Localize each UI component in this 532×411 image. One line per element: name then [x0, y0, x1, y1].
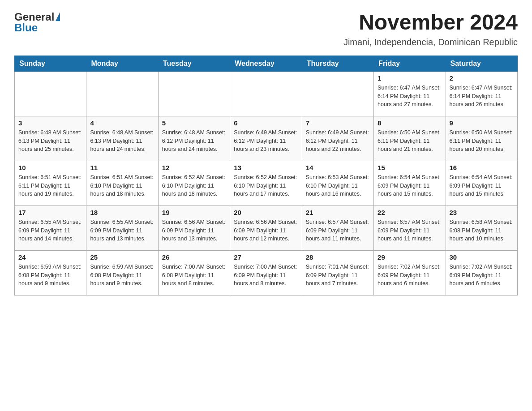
calendar-cell — [15, 71, 86, 116]
calendar-cell — [230, 71, 302, 116]
calendar-week-row: 3Sunrise: 6:48 AM Sunset: 6:13 PM Daylig… — [15, 116, 518, 161]
day-number: 4 — [90, 119, 154, 127]
calendar-cell: 26Sunrise: 7:00 AM Sunset: 6:08 PM Dayli… — [158, 250, 230, 295]
day-info: Sunrise: 6:48 AM Sunset: 6:12 PM Dayligh… — [162, 128, 226, 154]
calendar-cell: 6Sunrise: 6:49 AM Sunset: 6:12 PM Daylig… — [230, 116, 302, 161]
day-number: 7 — [306, 119, 370, 127]
day-number: 1 — [378, 74, 442, 82]
day-info: Sunrise: 6:59 AM Sunset: 6:08 PM Dayligh… — [18, 263, 82, 288]
day-number: 11 — [90, 164, 154, 171]
day-number: 13 — [234, 164, 298, 171]
calendar-cell: 1Sunrise: 6:47 AM Sunset: 6:14 PM Daylig… — [374, 71, 446, 116]
day-number: 29 — [378, 253, 442, 261]
calendar-header-saturday: Saturday — [446, 56, 517, 71]
day-info: Sunrise: 6:58 AM Sunset: 6:08 PM Dayligh… — [450, 218, 514, 243]
day-info: Sunrise: 6:56 AM Sunset: 6:09 PM Dayligh… — [162, 218, 226, 243]
calendar-header-thursday: Thursday — [302, 56, 373, 71]
calendar-cell: 7Sunrise: 6:49 AM Sunset: 6:12 PM Daylig… — [302, 116, 373, 161]
day-info: Sunrise: 6:51 AM Sunset: 6:11 PM Dayligh… — [18, 173, 82, 198]
calendar-cell: 18Sunrise: 6:55 AM Sunset: 6:09 PM Dayli… — [86, 206, 158, 250]
calendar-cell: 13Sunrise: 6:52 AM Sunset: 6:10 PM Dayli… — [230, 161, 302, 206]
day-number: 5 — [162, 119, 226, 127]
day-number: 9 — [450, 119, 514, 127]
day-info: Sunrise: 6:55 AM Sunset: 6:09 PM Dayligh… — [90, 218, 154, 243]
day-number: 3 — [18, 119, 82, 127]
calendar-cell — [86, 71, 158, 116]
day-number: 2 — [450, 74, 514, 82]
logo-blue-text: Blue — [14, 21, 38, 34]
logo-triangle-icon — [56, 12, 60, 21]
day-info: Sunrise: 6:48 AM Sunset: 6:13 PM Dayligh… — [90, 128, 154, 154]
day-number: 28 — [306, 253, 370, 261]
day-info: Sunrise: 6:54 AM Sunset: 6:09 PM Dayligh… — [450, 173, 514, 198]
day-number: 30 — [450, 253, 514, 261]
calendar-cell: 23Sunrise: 6:58 AM Sunset: 6:08 PM Dayli… — [446, 206, 517, 250]
calendar-cell: 20Sunrise: 6:56 AM Sunset: 6:09 PM Dayli… — [230, 206, 302, 250]
calendar-cell: 30Sunrise: 7:02 AM Sunset: 6:09 PM Dayli… — [446, 250, 517, 295]
location-title: Jimani, Independencia, Dominican Republi… — [343, 37, 518, 47]
day-info: Sunrise: 6:53 AM Sunset: 6:10 PM Dayligh… — [306, 173, 370, 198]
day-info: Sunrise: 6:56 AM Sunset: 6:09 PM Dayligh… — [234, 218, 298, 243]
calendar-cell — [158, 71, 230, 116]
day-number: 12 — [162, 164, 226, 171]
day-number: 26 — [162, 253, 226, 261]
month-title: November 2024 — [343, 11, 518, 34]
calendar-cell: 22Sunrise: 6:57 AM Sunset: 6:09 PM Dayli… — [374, 206, 446, 250]
day-number: 18 — [90, 209, 154, 216]
calendar-cell — [302, 71, 373, 116]
day-number: 14 — [306, 164, 370, 171]
calendar-table: SundayMondayTuesdayWednesdayThursdayFrid… — [14, 56, 518, 295]
day-info: Sunrise: 6:47 AM Sunset: 6:14 PM Dayligh… — [378, 84, 442, 109]
calendar-cell: 8Sunrise: 6:50 AM Sunset: 6:11 PM Daylig… — [374, 116, 446, 161]
day-number: 20 — [234, 209, 298, 216]
day-info: Sunrise: 6:47 AM Sunset: 6:14 PM Dayligh… — [450, 84, 514, 109]
calendar-cell: 28Sunrise: 7:01 AM Sunset: 6:09 PM Dayli… — [302, 250, 373, 295]
calendar-header-sunday: Sunday — [15, 56, 86, 71]
calendar-cell: 24Sunrise: 6:59 AM Sunset: 6:08 PM Dayli… — [15, 250, 86, 295]
calendar-header-friday: Friday — [374, 56, 446, 71]
day-info: Sunrise: 6:52 AM Sunset: 6:10 PM Dayligh… — [234, 173, 298, 198]
calendar-week-row: 10Sunrise: 6:51 AM Sunset: 6:11 PM Dayli… — [15, 161, 518, 206]
day-info: Sunrise: 7:00 AM Sunset: 6:08 PM Dayligh… — [162, 263, 226, 288]
day-info: Sunrise: 6:54 AM Sunset: 6:09 PM Dayligh… — [378, 173, 442, 198]
day-info: Sunrise: 6:57 AM Sunset: 6:09 PM Dayligh… — [378, 218, 442, 243]
day-number: 21 — [306, 209, 370, 216]
calendar-cell: 17Sunrise: 6:55 AM Sunset: 6:09 PM Dayli… — [15, 206, 86, 250]
day-number: 8 — [378, 119, 442, 127]
calendar-cell: 29Sunrise: 7:02 AM Sunset: 6:09 PM Dayli… — [374, 250, 446, 295]
day-info: Sunrise: 7:02 AM Sunset: 6:09 PM Dayligh… — [450, 263, 514, 288]
calendar-week-row: 1Sunrise: 6:47 AM Sunset: 6:14 PM Daylig… — [15, 71, 518, 116]
calendar-cell: 3Sunrise: 6:48 AM Sunset: 6:13 PM Daylig… — [15, 116, 86, 161]
calendar-cell: 16Sunrise: 6:54 AM Sunset: 6:09 PM Dayli… — [446, 161, 517, 206]
logo: General Blue — [14, 11, 60, 34]
day-info: Sunrise: 6:50 AM Sunset: 6:11 PM Dayligh… — [378, 128, 442, 154]
day-number: 19 — [162, 209, 226, 216]
day-info: Sunrise: 6:52 AM Sunset: 6:10 PM Dayligh… — [162, 173, 226, 198]
calendar-cell: 15Sunrise: 6:54 AM Sunset: 6:09 PM Dayli… — [374, 161, 446, 206]
day-number: 16 — [450, 164, 514, 171]
calendar-cell: 9Sunrise: 6:50 AM Sunset: 6:11 PM Daylig… — [446, 116, 517, 161]
calendar-cell: 10Sunrise: 6:51 AM Sunset: 6:11 PM Dayli… — [15, 161, 86, 206]
day-info: Sunrise: 7:02 AM Sunset: 6:09 PM Dayligh… — [378, 263, 442, 288]
calendar-cell: 12Sunrise: 6:52 AM Sunset: 6:10 PM Dayli… — [158, 161, 230, 206]
calendar-cell: 11Sunrise: 6:51 AM Sunset: 6:10 PM Dayli… — [86, 161, 158, 206]
day-info: Sunrise: 6:50 AM Sunset: 6:11 PM Dayligh… — [450, 128, 514, 154]
day-info: Sunrise: 6:55 AM Sunset: 6:09 PM Dayligh… — [18, 218, 82, 243]
calendar-cell: 27Sunrise: 7:00 AM Sunset: 6:09 PM Dayli… — [230, 250, 302, 295]
day-info: Sunrise: 6:49 AM Sunset: 6:12 PM Dayligh… — [306, 128, 370, 154]
calendar-cell: 21Sunrise: 6:57 AM Sunset: 6:09 PM Dayli… — [302, 206, 373, 250]
calendar-cell: 4Sunrise: 6:48 AM Sunset: 6:13 PM Daylig… — [86, 116, 158, 161]
day-info: Sunrise: 6:51 AM Sunset: 6:10 PM Dayligh… — [90, 173, 154, 198]
day-info: Sunrise: 6:48 AM Sunset: 6:13 PM Dayligh… — [18, 128, 82, 154]
day-number: 27 — [234, 253, 298, 261]
calendar-header-monday: Monday — [86, 56, 158, 71]
day-info: Sunrise: 7:01 AM Sunset: 6:09 PM Dayligh… — [306, 263, 370, 288]
calendar-header-tuesday: Tuesday — [158, 56, 230, 71]
day-info: Sunrise: 6:59 AM Sunset: 6:08 PM Dayligh… — [90, 263, 154, 288]
title-area: November 2024 Jimani, Independencia, Dom… — [343, 11, 518, 47]
calendar-header-row: SundayMondayTuesdayWednesdayThursdayFrid… — [15, 56, 518, 71]
day-info: Sunrise: 7:00 AM Sunset: 6:09 PM Dayligh… — [234, 263, 298, 288]
day-number: 25 — [90, 253, 154, 261]
day-number: 6 — [234, 119, 298, 127]
page-header: General Blue November 2024 Jimani, Indep… — [14, 11, 518, 47]
